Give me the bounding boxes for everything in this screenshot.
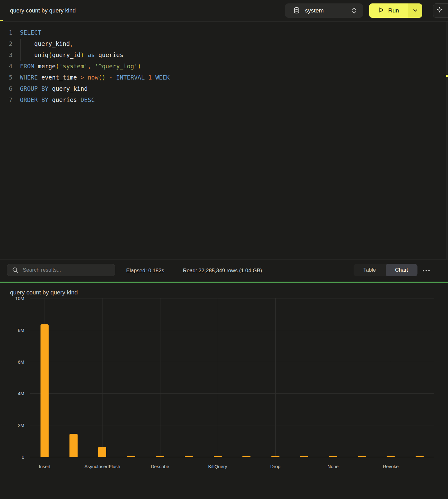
chart-bar (300, 456, 308, 457)
line-number: 5 (0, 72, 12, 83)
line-number: 2 (0, 38, 12, 49)
chart-bar (242, 456, 250, 457)
y-axis-label: 8M (0, 327, 24, 332)
run-button-label: Run (388, 7, 399, 14)
chart-bar (358, 456, 366, 457)
chart-bar (127, 456, 135, 457)
play-icon (378, 7, 384, 15)
chart-bar (98, 447, 106, 457)
view-toggle: Table Chart (354, 264, 417, 276)
elapsed-stat: Elapsed: 0.182s (126, 259, 164, 282)
read-stat: Read: 22,285,349 rows (1.04 GB) (183, 259, 262, 282)
query-title: query count by query kind (10, 0, 76, 21)
line-number: 6 (0, 83, 12, 94)
code-line[interactable]: 7ORDER BY queries DESC (0, 94, 448, 105)
x-axis-label: Insert (17, 464, 73, 469)
y-axis-label: 2M (0, 423, 24, 428)
gridline (391, 298, 391, 457)
search-input[interactable] (22, 267, 107, 274)
x-axis-label: AsyncInsertFlush (74, 464, 130, 469)
gridline (30, 330, 434, 330)
gridline (102, 298, 102, 457)
code-line[interactable]: 6GROUP BY query_kind (0, 83, 448, 94)
gridline (30, 425, 434, 425)
toolbar-extra-button[interactable] (433, 3, 448, 18)
chart-bar (156, 456, 164, 457)
ellipsis-icon (422, 270, 430, 272)
results-toolbar: Elapsed: 0.182s Read: 22,285,349 rows (1… (0, 259, 448, 282)
more-options-button[interactable] (421, 268, 431, 274)
gridline (333, 298, 333, 457)
search-box (7, 264, 115, 276)
chart-bar (185, 456, 193, 457)
line-number: 3 (0, 49, 12, 61)
line-number: 1 (0, 27, 12, 38)
x-axis-label: None (305, 464, 361, 469)
code-line[interactable]: 2 query_kind, (0, 38, 448, 49)
chart-bar (41, 324, 49, 457)
chart-bar (329, 456, 337, 457)
database-selector-value: system (305, 7, 352, 14)
sql-editor[interactable]: 1SELECT2 query_kind,3 uniq(query_id) as … (0, 22, 448, 259)
x-axis-label: Revoke (363, 464, 419, 469)
chart-bar (69, 434, 78, 457)
x-axis-label: KillQuery (190, 464, 246, 469)
chart-bar (387, 456, 395, 457)
y-axis-label: 10M (0, 296, 24, 301)
x-axis-label: Drop (247, 464, 303, 469)
database-selector[interactable]: system (285, 3, 363, 18)
code-line[interactable]: 5WHERE event_time > now() - INTERVAL 1 W… (0, 72, 448, 83)
tab-table[interactable]: Table (354, 264, 386, 276)
chart-panel: query count by query kind 10M8M6M4M2M0In… (0, 283, 448, 499)
active-tab-indicator (0, 20, 3, 21)
database-icon (293, 7, 300, 14)
gridline (30, 362, 434, 362)
x-axis-label: Describe (132, 464, 188, 469)
gridline (160, 298, 160, 457)
run-button-group: Run (369, 3, 422, 18)
top-header: query count by query kind system Run (0, 0, 448, 22)
indent-guide (20, 39, 21, 61)
code-line[interactable]: 4FROM merge('system', '^query_log') (0, 61, 448, 72)
line-number: 7 (0, 94, 12, 105)
chevron-up-down-icon (352, 7, 357, 14)
search-icon (12, 267, 18, 273)
tab-chart[interactable]: Chart (386, 264, 418, 276)
line-number: 4 (0, 61, 12, 72)
gridline (275, 298, 276, 457)
overview-ruler-mark (446, 75, 448, 77)
gridline (218, 298, 218, 457)
y-axis-label: 4M (0, 391, 24, 396)
y-axis-label: 6M (0, 359, 24, 364)
code-lines: 1SELECT2 query_kind,3 uniq(query_id) as … (0, 27, 448, 105)
y-axis-label: 0 (0, 454, 24, 460)
chart-bar (214, 456, 222, 457)
run-options-button[interactable] (408, 3, 422, 18)
gridline (30, 298, 434, 298)
chart-bar (271, 456, 279, 457)
code-line[interactable]: 1SELECT (0, 27, 448, 38)
code-line[interactable]: 3 uniq(query_id) as queries (0, 49, 448, 61)
gridline (30, 457, 434, 457)
sparkle-icon (436, 7, 443, 15)
run-button[interactable]: Run (369, 3, 408, 18)
chart-plot: 10M8M6M4M2M0InsertAsyncInsertFlushDescri… (0, 283, 448, 499)
chevron-down-icon (413, 8, 417, 13)
gridline (30, 393, 434, 394)
chart-bar (416, 456, 424, 457)
